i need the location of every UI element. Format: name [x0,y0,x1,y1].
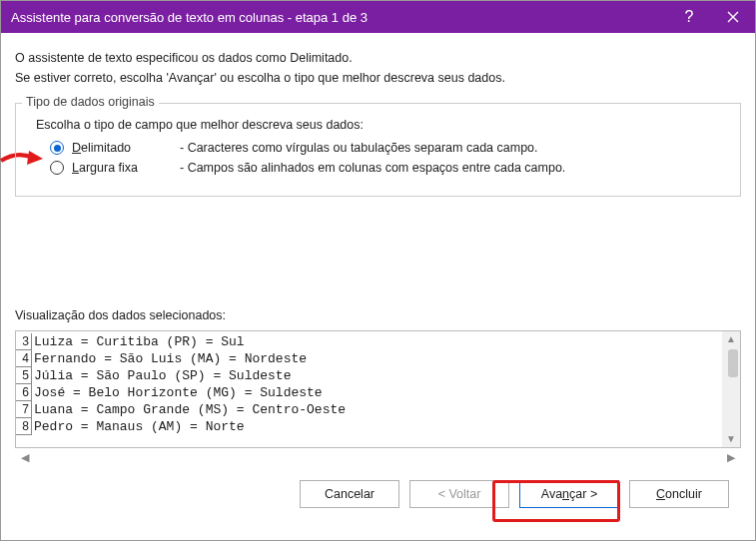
preview-row: 5Júlia = São Paulo (SP) = Suldeste [16,367,722,384]
cancel-button[interactable]: Cancelar [300,480,399,508]
radio-delimited[interactable] [50,141,64,155]
preview-row: 4Fernando = São Luis (MA) = Nordeste [16,350,722,367]
choose-text: Escolha o tipo de campo que melhor descr… [36,118,728,132]
finish-button[interactable]: Concluir [629,480,729,508]
option-delimited-label: Delimitado [72,141,162,155]
option-delimited[interactable]: Delimitado - Caracteres como vírgulas ou… [36,138,728,158]
next-button[interactable]: Avançar > [519,480,619,508]
preview-row: 8Pedro = Manaus (AM) = Norte [16,418,722,435]
option-fixed-width[interactable]: Largura fixa - Campos são alinhados em c… [36,158,728,178]
titlebar: Assistente para conversão de texto em co… [1,1,755,33]
scroll-right-icon: ▶ [727,451,735,464]
scroll-up-icon: ▲ [726,334,736,344]
preview-rows: 3Luiza = Curitiba (PR) = Sul 4Fernando =… [16,331,722,447]
option-delimited-desc: - Caracteres como vírgulas ou tabulações… [170,141,538,155]
preview-row: 6José = Belo Horizonte (MG) = Suldeste [16,384,722,401]
intro-text-2: Se estiver correto, escolha 'Avançar' ou… [15,71,741,85]
scroll-thumb[interactable] [728,349,738,377]
preview-box: 3Luiza = Curitiba (PR) = Sul 4Fernando =… [15,330,741,448]
preview-row: 3Luiza = Curitiba (PR) = Sul [16,333,722,350]
option-fixed-width-desc: - Campos são alinhados em colunas com es… [170,161,565,175]
group-legend: Tipo de dados originais [22,95,159,109]
dialog-content: O assistente de texto especificou os dad… [1,33,755,508]
data-type-group: Tipo de dados originais Escolha o tipo d… [15,103,741,197]
wizard-dialog: Assistente para conversão de texto em co… [0,0,756,541]
close-button[interactable] [711,1,755,33]
help-button[interactable]: ? [667,1,711,33]
back-button[interactable]: < Voltar [409,480,509,508]
preview-label: Visualização dos dados selecionados: [15,308,741,322]
scroll-left-icon: ◀ [21,451,29,464]
preview-vertical-scrollbar[interactable]: ▲ ▼ [722,331,740,447]
preview-row: 7Luana = Campo Grande (MS) = Centro-Oest… [16,401,722,418]
button-row: Cancelar < Voltar Avançar > Concluir [15,466,741,508]
preview-horizontal-scrollbar[interactable]: ◀ ▶ [15,448,741,466]
dialog-title: Assistente para conversão de texto em co… [11,10,667,25]
scroll-down-icon: ▼ [726,434,736,444]
option-fixed-width-label: Largura fixa [72,161,162,175]
radio-fixed-width[interactable] [50,161,64,175]
close-icon [727,11,739,23]
intro-text-1: O assistente de texto especificou os dad… [15,51,741,65]
